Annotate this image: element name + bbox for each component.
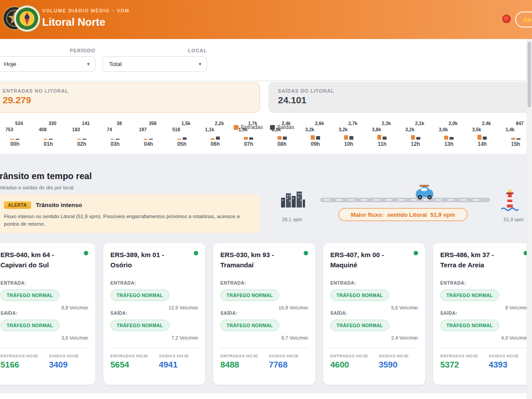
entradas-bar (110, 139, 114, 140)
lighthouse-icon (501, 189, 519, 214)
saidas-bar (450, 137, 454, 140)
entrada-label: ENTRADA: (220, 280, 308, 286)
saida-label: SAÍDA: (0, 310, 88, 316)
saida-status-badge: TRÁFEGO NORMAL (220, 320, 279, 331)
entradas-bar (144, 139, 148, 140)
scrollbar-thumb[interactable] (528, 42, 531, 107)
entradas-value-label: 74 (99, 127, 120, 132)
live-button[interactable]: Ao vivo (515, 12, 532, 27)
hour-label: 14h (466, 141, 499, 147)
divider (110, 348, 198, 348)
entradas-value-label: 3,0k (433, 127, 454, 132)
divider (0, 348, 88, 348)
station-card: ERS-040, km 64 - Capivari do Sul ENTRADA… (0, 243, 95, 385)
station-totals: ENTRADAS HOJE 5372 SAÍDAS HOJE 4393 (440, 353, 528, 370)
entradas-value-label: 3,2k (333, 127, 353, 132)
entradas-value-label: 197 (133, 127, 153, 132)
max-flow-indicator: Maior fluxo: sentido Litoral 51,9 vpm (338, 208, 468, 221)
saida-status-badge: TRÁFEGO NORMAL (110, 320, 169, 331)
entradas-bar (211, 138, 215, 140)
hour-label: 07h (232, 141, 265, 147)
station-status-dot-icon (84, 251, 88, 255)
station-city: Osório (110, 260, 198, 270)
page-title: Litoral Norte (42, 16, 106, 28)
chart-column: 35819704h (132, 121, 165, 148)
chart-column: 2,2k1,1k06h (199, 121, 232, 148)
entradas-value-label: 3,8k (366, 127, 387, 132)
saidas-value-label: 2,6k (309, 121, 330, 126)
chevron-down-icon: ▾ (199, 61, 201, 67)
entradas-value-label: 1,4k (500, 127, 520, 132)
saidas-hoje-label: SAÍDAS HOJE (269, 353, 299, 358)
entradas-bar (43, 139, 47, 140)
entrada-status-badge: TRÁFEGO NORMAL (110, 289, 169, 301)
entradas-bar (411, 135, 415, 140)
exits-total-label: SAÍDAS DO LITORAL (278, 88, 530, 94)
saidas-bar (216, 137, 220, 140)
bar-pair (432, 134, 466, 140)
station-title: ERS-030, km 93 - Tramandaí (220, 250, 308, 272)
station-road: ERS-407, km 00 - (330, 250, 418, 260)
entradas-hoje-label: ENTRADAS HOJE (220, 353, 258, 358)
exits-total-value: 24.101 (278, 95, 530, 106)
coast-rate: 51,9 vpm (504, 217, 524, 222)
saidas-value-label: 38 (109, 121, 129, 126)
entradas-hoje-value: 5654 (110, 360, 148, 370)
max-flow-label: Maior fluxo: (351, 211, 384, 218)
live-indicator-icon[interactable] (502, 15, 511, 23)
saida-label: SAÍDA: (110, 310, 198, 316)
legend-saidas: Saídas (270, 124, 294, 130)
station-city: Tramandaí (220, 260, 308, 270)
saidas-bar (249, 137, 253, 140)
entrada-rate: 12,6 Veíc/min (110, 305, 198, 310)
local-filter-label: LOCAL (123, 48, 207, 53)
saidas-bar (383, 137, 387, 140)
chart-column: 14118302h (65, 121, 98, 148)
saidas-value-label: 330 (42, 121, 63, 126)
hour-label: 11h (365, 141, 399, 147)
chart-column: 33040801h (31, 121, 65, 148)
car-icon (412, 184, 436, 202)
entrada-rate: 8 Veíc/min (440, 305, 528, 310)
station-status-dot-icon (194, 251, 198, 255)
period-filter-label: PERÍODO (11, 48, 95, 53)
saidas-hoje-value: 3590 (379, 360, 409, 370)
crbm-logo-icon (13, 5, 41, 34)
entradas-legend-swatch-icon (234, 125, 239, 130)
saidas-bar (16, 139, 20, 140)
saidas-value-label: 2,2k (209, 121, 230, 126)
entradas-value-label: 183 (66, 127, 86, 132)
alert-title: Trânsito intenso (36, 202, 82, 208)
chart-column: 2,0k3,0k13h (432, 121, 466, 148)
hour-label: 05h (165, 141, 198, 147)
hour-label: 01h (31, 141, 65, 147)
saida-label: SAÍDA: (440, 310, 528, 316)
station-title: ERS-389, km 01 - Osório (110, 250, 198, 272)
chevron-down-icon: ▾ (87, 61, 90, 67)
chart-column: 2,4k3,5k14h (466, 121, 499, 148)
saidas-bar (349, 136, 353, 140)
max-flow-rate: 51,9 vpm (430, 211, 455, 218)
local-dropdown[interactable]: Total ▾ (102, 56, 207, 72)
hour-label: 02h (65, 141, 98, 147)
station-totals: ENTRADAS HOJE 8488 SAÍDAS HOJE 7768 (220, 353, 308, 370)
bar-pair (31, 134, 65, 140)
alert-description: Fluxo intenso no sentido Litoral (51,9 v… (4, 213, 250, 228)
chart-column: 387403h (98, 121, 132, 148)
entradas-value-label: 3,5k (466, 127, 487, 132)
entradas-bar (177, 139, 181, 140)
station-road: ERS-040, km 64 - (0, 250, 88, 260)
max-flow-direction: sentido Litoral (387, 211, 427, 218)
entradas-hoje-label: ENTRADAS HOJE (330, 353, 368, 358)
bar-pair (65, 134, 98, 140)
chart-column: 2,1k3,2k12h (399, 121, 432, 148)
bar-pair (98, 134, 132, 140)
city-rate: 28,1 vpm (282, 217, 302, 222)
saidas-value-label: 2,0k (443, 121, 463, 126)
dashboard-page: VOLUME DIÁRIO MÉDIO – VDM Litoral Norte … (0, 0, 532, 399)
saidas-value-label: 2,4k (476, 121, 497, 126)
period-dropdown[interactable]: Hoje ▾ (0, 56, 95, 72)
entradas-bar (444, 136, 448, 140)
station-card: ERS-486, km 37 - Terra de Areia ENTRADA:… (433, 243, 532, 385)
entradas-bar (244, 137, 248, 140)
